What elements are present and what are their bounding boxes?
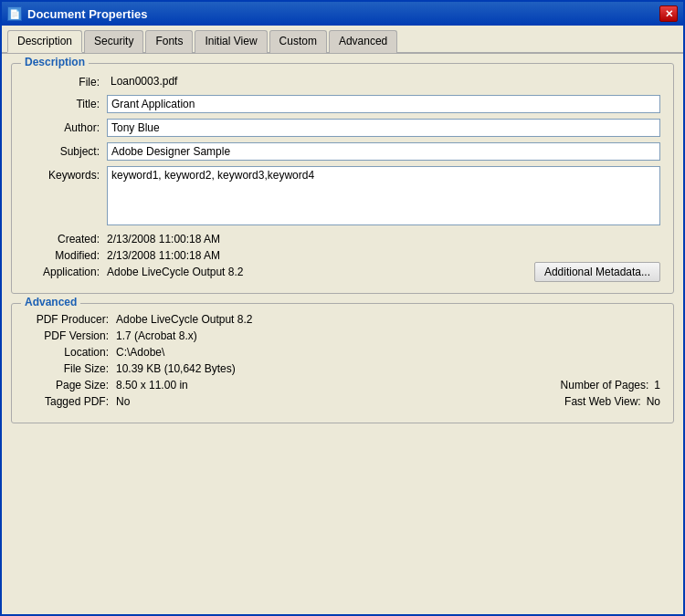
tab-custom[interactable]: Custom (269, 30, 327, 53)
page-size-label: Page Size: (25, 379, 116, 392)
tab-security[interactable]: Security (84, 30, 143, 53)
modified-label: Modified: (25, 249, 107, 262)
application-value: Adobe LiveCycle Output 8.2 (107, 266, 243, 278)
created-value: 2/13/2008 11:00:18 AM (107, 233, 220, 245)
pdf-producer-label: PDF Producer: (25, 313, 116, 326)
tab-description[interactable]: Description (7, 30, 82, 53)
metadata-block: Created: 2/13/2008 11:00:18 AM Modified:… (25, 233, 534, 282)
tab-initial-view[interactable]: Initial View (195, 30, 267, 53)
tabs-bar: Description Security Fonts Initial View … (2, 26, 683, 54)
advanced-section-title: Advanced (21, 296, 80, 308)
file-size-row: File Size: 10.39 KB (10,642 Bytes) (25, 362, 660, 375)
advanced-section: Advanced PDF Producer: Adobe LiveCycle O… (11, 303, 674, 423)
title-bar-left: 📄 Document Properties (7, 6, 147, 21)
page-size-row: Page Size: 8.50 x 11.00 in Number of Pag… (25, 379, 660, 392)
author-label: Author: (25, 119, 107, 134)
tagged-pdf-value: No (116, 395, 564, 408)
window-title: Document Properties (27, 7, 147, 21)
fast-web-label: Fast Web View: (564, 395, 641, 408)
page-size-value: 8.50 x 11.00 in (116, 379, 561, 392)
tab-fonts[interactable]: Fonts (145, 30, 193, 53)
keywords-row: Keywords: keyword1, keyword2, keyword3,k… (25, 166, 660, 225)
document-properties-window: 📄 Document Properties ✕ Description Secu… (0, 0, 685, 616)
fast-web-block: Fast Web View: No (564, 395, 660, 408)
metadata-footer: Created: 2/13/2008 11:00:18 AM Modified:… (25, 233, 660, 282)
application-row: Application: Adobe LiveCycle Output 8.2 (25, 266, 534, 278)
keywords-textarea[interactable]: keyword1, keyword2, keyword3,keyword4 (107, 166, 660, 225)
author-input[interactable] (107, 119, 660, 137)
file-size-value: 10.39 KB (10,642 Bytes) (116, 362, 660, 375)
pdf-version-value: 1.7 (Acrobat 8.x) (116, 329, 660, 342)
title-label: Title: (25, 95, 107, 110)
title-bar: 📄 Document Properties ✕ (2, 2, 683, 26)
fast-web-value: No (647, 395, 660, 408)
tab-advanced[interactable]: Advanced (329, 30, 397, 53)
created-row: Created: 2/13/2008 11:00:18 AM (25, 233, 534, 245)
subject-row: Subject: (25, 142, 660, 161)
file-size-label: File Size: (25, 362, 116, 375)
title-input[interactable] (107, 95, 660, 113)
location-row: Location: C:\Adobe\ (25, 346, 660, 359)
window-icon: 📄 (7, 6, 22, 21)
file-label: File: (25, 73, 107, 89)
content-area: Description File: Loan0003.pdf Title: Au… (2, 54, 683, 616)
title-row: Title: (25, 95, 660, 113)
tagged-pdf-left: Tagged PDF: No (25, 395, 564, 408)
num-pages-label: Number of Pages: (561, 379, 649, 392)
subject-input[interactable] (107, 142, 660, 161)
pdf-version-label: PDF Version: (25, 329, 116, 342)
pdf-producer-row: PDF Producer: Adobe LiveCycle Output 8.2 (25, 313, 660, 326)
num-pages-block: Number of Pages: 1 (561, 379, 660, 392)
page-size-left: Page Size: 8.50 x 11.00 in (25, 379, 561, 392)
location-label: Location: (25, 346, 116, 359)
pdf-producer-value: Adobe LiveCycle Output 8.2 (116, 313, 660, 326)
tagged-pdf-label: Tagged PDF: (25, 395, 116, 408)
pdf-version-row: PDF Version: 1.7 (Acrobat 8.x) (25, 329, 660, 342)
modified-row: Modified: 2/13/2008 11:00:18 AM (25, 249, 534, 262)
subject-label: Subject: (25, 142, 107, 158)
location-value: C:\Adobe\ (116, 346, 660, 359)
close-button[interactable]: ✕ (659, 5, 678, 22)
num-pages-value: 1 (654, 379, 660, 392)
modified-value: 2/13/2008 11:00:18 AM (107, 249, 220, 262)
additional-metadata-button[interactable]: Additional Metadata... (534, 262, 660, 282)
description-section-title: Description (21, 56, 89, 68)
application-label: Application: (25, 266, 107, 278)
author-row: Author: (25, 119, 660, 137)
tagged-pdf-row: Tagged PDF: No Fast Web View: No (25, 395, 660, 408)
created-label: Created: (25, 233, 107, 245)
file-value: Loan0003.pdf (107, 73, 660, 89)
description-section: Description File: Loan0003.pdf Title: Au… (11, 63, 674, 294)
file-row: File: Loan0003.pdf (25, 73, 660, 89)
keywords-label: Keywords: (25, 166, 107, 182)
